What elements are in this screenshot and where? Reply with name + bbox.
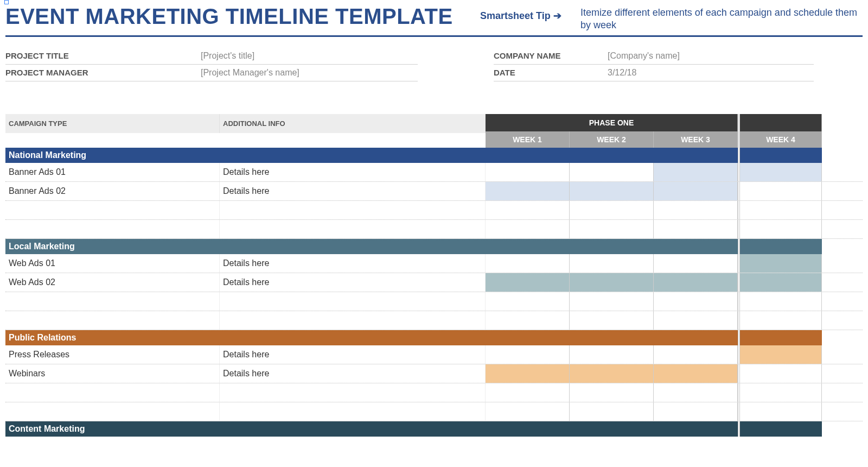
week-cell[interactable] xyxy=(654,254,738,273)
meta-value[interactable]: [Project's title] xyxy=(201,51,254,61)
week-cell[interactable] xyxy=(654,292,738,311)
week-cell[interactable] xyxy=(654,220,738,238)
week-cell[interactable] xyxy=(570,163,654,181)
info-cell[interactable]: Details here xyxy=(220,182,486,200)
week-cell[interactable] xyxy=(486,254,570,273)
week-cell[interactable] xyxy=(654,383,738,402)
col-campaign-type: CAMPAIGN TYPE xyxy=(5,114,220,133)
week-cell[interactable] xyxy=(654,273,738,292)
campaign-cell[interactable] xyxy=(5,311,220,330)
week-cell[interactable] xyxy=(486,383,570,402)
week-cell[interactable] xyxy=(740,383,822,402)
info-cell[interactable]: Details here xyxy=(220,163,486,181)
week-cell[interactable] xyxy=(486,220,570,238)
week-cell[interactable] xyxy=(740,163,822,181)
campaign-cell[interactable]: Web Ads 02 xyxy=(5,273,220,292)
info-cell[interactable]: Details here xyxy=(220,364,486,383)
data-row xyxy=(5,292,863,311)
week-cell[interactable] xyxy=(486,163,570,181)
week-cell[interactable] xyxy=(486,201,570,219)
info-cell[interactable] xyxy=(220,311,486,330)
week-cell[interactable] xyxy=(570,345,654,364)
info-cell[interactable] xyxy=(220,402,486,421)
col-week1: WEEK 1 xyxy=(486,131,570,148)
selection-handle-icon xyxy=(4,0,9,4)
campaign-cell[interactable]: Press Releases xyxy=(5,345,220,364)
meta-value[interactable]: [Project Manager's name] xyxy=(201,68,299,78)
col-week3: WEEK 3 xyxy=(654,131,738,148)
campaign-cell[interactable]: Banner Ads 01 xyxy=(5,163,220,181)
week-cell[interactable] xyxy=(654,311,738,330)
week-cell[interactable] xyxy=(486,273,570,292)
week-cell[interactable] xyxy=(654,345,738,364)
week-cell[interactable] xyxy=(740,182,822,200)
campaign-cell[interactable]: Webinars xyxy=(5,364,220,383)
info-cell[interactable] xyxy=(220,383,486,402)
campaign-cell[interactable] xyxy=(5,220,220,238)
data-row: Web Ads 01 Details here xyxy=(5,254,863,273)
campaign-cell[interactable] xyxy=(5,383,220,402)
week-cell[interactable] xyxy=(570,383,654,402)
meta-row: COMPANY NAME [Company's name] xyxy=(494,48,814,65)
week-cell[interactable] xyxy=(570,182,654,200)
week-cell[interactable] xyxy=(570,254,654,273)
week-cell[interactable] xyxy=(740,364,822,383)
meta-label: DATE xyxy=(494,68,608,78)
campaign-cell[interactable] xyxy=(5,292,220,311)
week-cell[interactable] xyxy=(740,345,822,364)
week-cell[interactable] xyxy=(654,402,738,421)
week-cell[interactable] xyxy=(570,311,654,330)
week-cell[interactable] xyxy=(740,273,822,292)
meta-col-left: PROJECT TITLE [Project's title] PROJECT … xyxy=(5,48,418,81)
meta-row: DATE 3/12/18 xyxy=(494,65,814,81)
week-cell[interactable] xyxy=(486,311,570,330)
week-cell[interactable] xyxy=(740,220,822,238)
page-root: EVENT MARKETING TIMELINE TEMPLATE Smarts… xyxy=(0,0,868,437)
info-cell[interactable]: Details here xyxy=(220,345,486,364)
week-cell[interactable] xyxy=(486,292,570,311)
week-cell[interactable] xyxy=(570,220,654,238)
week-cell[interactable] xyxy=(486,402,570,421)
week-cell[interactable] xyxy=(654,163,738,181)
week-cell[interactable] xyxy=(570,402,654,421)
meta-label: COMPANY NAME xyxy=(494,51,608,61)
info-cell[interactable] xyxy=(220,292,486,311)
meta-value[interactable]: [Company's name] xyxy=(608,51,680,61)
week-cell[interactable] xyxy=(740,254,822,273)
section-band-weeks xyxy=(486,148,738,163)
meta-label: PROJECT MANAGER xyxy=(5,68,201,78)
meta-value[interactable]: 3/12/18 xyxy=(608,68,636,78)
info-cell[interactable]: Details here xyxy=(220,273,486,292)
section-band: Public Relations xyxy=(5,330,863,345)
week-cell[interactable] xyxy=(486,364,570,383)
phase-band-tail xyxy=(740,114,822,131)
data-row: Press Releases Details here xyxy=(5,345,863,364)
section-band-tail xyxy=(740,239,822,254)
info-cell[interactable] xyxy=(220,201,486,219)
week-cell[interactable] xyxy=(654,364,738,383)
week-cell[interactable] xyxy=(740,201,822,219)
week-cell[interactable] xyxy=(740,292,822,311)
campaign-cell[interactable] xyxy=(5,402,220,421)
week-cell[interactable] xyxy=(570,292,654,311)
campaign-cell[interactable]: Banner Ads 02 xyxy=(5,182,220,200)
week-cell[interactable] xyxy=(654,182,738,200)
campaign-cell[interactable] xyxy=(5,201,220,219)
section-band-weeks xyxy=(486,421,738,437)
data-row: Webinars Details here xyxy=(5,364,863,383)
tip-label[interactable]: Smartsheet Tip ➔ xyxy=(480,4,580,22)
info-cell[interactable]: Details here xyxy=(220,254,486,273)
meta-label: PROJECT TITLE xyxy=(5,51,201,61)
week-cell[interactable] xyxy=(654,201,738,219)
section-band-weeks xyxy=(486,239,738,254)
meta-row: PROJECT MANAGER [Project Manager's name] xyxy=(5,65,418,81)
campaign-cell[interactable]: Web Ads 01 xyxy=(5,254,220,273)
week-cell[interactable] xyxy=(570,201,654,219)
week-cell[interactable] xyxy=(486,182,570,200)
info-cell[interactable] xyxy=(220,220,486,238)
week-cell[interactable] xyxy=(570,273,654,292)
week-cell[interactable] xyxy=(486,345,570,364)
week-cell[interactable] xyxy=(740,311,822,330)
week-cell[interactable] xyxy=(570,364,654,383)
week-cell[interactable] xyxy=(740,402,822,421)
